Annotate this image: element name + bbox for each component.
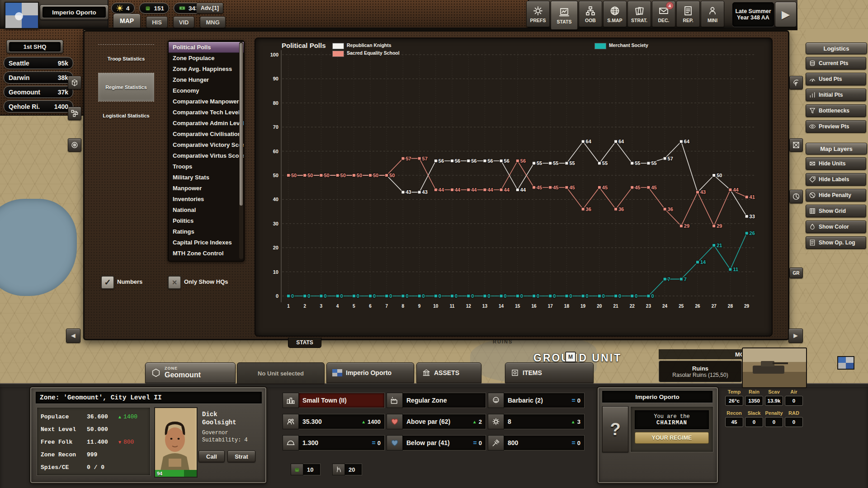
- section-tab-label: Logistical Statistics: [103, 113, 149, 118]
- stats-menu-item[interactable]: Troops: [169, 161, 244, 172]
- stats-menu-item[interactable]: Ratings: [169, 226, 244, 237]
- section-tab-troop[interactable]: Troop Statistics: [98, 44, 154, 73]
- logistics-previewpts[interactable]: Preview Pts: [806, 120, 866, 133]
- crate-icon: [792, 141, 800, 149]
- stats-menu-item[interactable]: Capital Price Indexes: [169, 237, 244, 248]
- view-tab-map[interactable]: MAP: [113, 14, 141, 28]
- tab-items[interactable]: ITEMS: [505, 362, 594, 383]
- svg-text:64: 64: [586, 139, 592, 144]
- stats-menu-item[interactable]: Political Polls: [169, 42, 244, 53]
- stats-menu-item[interactable]: Manpower: [169, 183, 244, 194]
- svg-text:56: 56: [504, 158, 509, 164]
- call-button[interactable]: Call: [198, 450, 225, 462]
- city-button-geomount[interactable]: Geomount37k: [4, 86, 73, 98]
- section-tab-regime[interactable]: Regime Statistics: [98, 73, 154, 101]
- svg-text:14: 14: [499, 304, 504, 309]
- rail-dish-button[interactable]: [789, 76, 803, 89]
- nav-button-dec[interactable]: DEC.4: [652, 1, 675, 27]
- regime-help-button[interactable]: ?: [602, 406, 628, 452]
- svg-text:45: 45: [569, 185, 575, 190]
- military-icon: [286, 438, 295, 447]
- tab-unit[interactable]: No Unit selected: [237, 362, 325, 384]
- fist-icon: [293, 466, 301, 473]
- stats-menu-item[interactable]: Zone Populace: [169, 53, 244, 64]
- strat-button[interactable]: Strat: [227, 450, 255, 462]
- stats-menu-item[interactable]: Comparative Civilisation: [169, 129, 244, 140]
- adv-button[interactable]: Adv.[1]: [196, 3, 223, 14]
- nav-button-smap[interactable]: S.MAP: [603, 1, 627, 27]
- rail-cube-button[interactable]: [68, 76, 81, 89]
- nav-button-mini[interactable]: MINI: [701, 1, 724, 27]
- stats-menu-item[interactable]: Comparative Victory Score: [169, 140, 244, 150]
- shq-plate[interactable]: 1st SHQ: [6, 40, 63, 53]
- unit-marker[interactable]: M: [565, 352, 576, 362]
- stats-menu-item[interactable]: Inventories: [169, 194, 244, 205]
- menu-scrollbar[interactable]: [239, 42, 243, 259]
- map-scroll-left-button[interactable]: ◄: [66, 328, 80, 343]
- nav-button-label: DEC.: [658, 18, 669, 23]
- tab-regime[interactable]: Imperio Oporto: [326, 362, 414, 383]
- stats-menu-item[interactable]: Zone Avg. Happiness: [169, 64, 244, 75]
- map-scroll-right-button[interactable]: ►: [788, 328, 803, 343]
- stats-menu-item[interactable]: Military Stats: [169, 172, 244, 183]
- gr-badge[interactable]: GR: [789, 267, 803, 278]
- maplayer-showoplog[interactable]: Show Op. Log: [806, 236, 866, 249]
- stats-menu-item[interactable]: Zone Hunger: [169, 75, 244, 85]
- rail-crate-button[interactable]: [789, 138, 803, 152]
- view-tab-vid[interactable]: VID: [173, 16, 195, 28]
- nav-button-rep[interactable]: REP.: [676, 1, 700, 27]
- end-turn-button[interactable]: ▶: [775, 2, 797, 27]
- city-button-seattle[interactable]: Seattle95k: [4, 57, 73, 69]
- nav-button-stats[interactable]: STATS: [551, 1, 578, 30]
- map-top-corner[interactable]: [797, 0, 868, 29]
- view-tab-his[interactable]: HIS: [146, 16, 168, 28]
- logistics-initialpts[interactable]: Initial Pts: [806, 89, 866, 101]
- your-regime-button[interactable]: YOUR REGIME: [635, 432, 709, 444]
- logistics-currentpts[interactable]: Current Pts: [806, 57, 866, 70]
- numbers-checkbox[interactable]: ✓: [101, 276, 114, 289]
- nav-button-strat[interactable]: STRAT.: [627, 1, 651, 27]
- map-right-lower[interactable]: [806, 250, 868, 383]
- svg-text:21: 21: [613, 304, 618, 309]
- zone-tab-kicker: ZONE: [165, 366, 201, 371]
- stats-menu-item[interactable]: Comparative Admin Level: [169, 118, 244, 129]
- stats-menu-item[interactable]: Comparative Virtus Score: [169, 150, 244, 161]
- stats-bottom-tab[interactable]: STATS: [288, 338, 321, 348]
- tab-assets[interactable]: ASSETS: [416, 362, 481, 383]
- rail-radar-button[interactable]: [789, 190, 803, 203]
- nav-button-oob[interactable]: OOB: [579, 1, 602, 27]
- tab-zone[interactable]: ZONE Geomount: [145, 362, 236, 383]
- svg-text:0: 0: [406, 293, 408, 299]
- only-show-hqs-checkbox[interactable]: ✕: [168, 276, 181, 289]
- section-tab-logistical[interactable]: Logistical Statistics: [98, 101, 154, 130]
- city-button-darwin[interactable]: Darwin38k: [4, 71, 73, 84]
- stats-menu-item[interactable]: Economy: [169, 85, 244, 96]
- regime-flag[interactable]: [5, 2, 39, 29]
- stats-menu-item[interactable]: National: [169, 205, 244, 216]
- rail-target-button[interactable]: [68, 138, 81, 152]
- stats-menu-item[interactable]: Comparative Manpower: [169, 96, 244, 107]
- assets-tab-label: ASSETS: [434, 369, 459, 376]
- svg-text:0: 0: [504, 293, 507, 299]
- maplayer-showgrid[interactable]: Show Grid: [806, 205, 866, 217]
- view-tab-mng[interactable]: MNG: [200, 16, 225, 28]
- svg-text:0: 0: [602, 293, 605, 299]
- svg-text:33: 33: [750, 214, 755, 219]
- menu-scrollbar-thumb[interactable]: [240, 43, 243, 206]
- rail-network-button[interactable]: [68, 107, 81, 120]
- logistics-bottlenecks[interactable]: Bottlenecks: [806, 104, 866, 117]
- nav-button-prefs[interactable]: PREFS: [526, 1, 550, 27]
- maplayer-hidepenalty[interactable]: Hide Penalty: [806, 189, 866, 202]
- chart-title: Political Polls: [282, 42, 326, 49]
- stats-menu-item[interactable]: MTH Zone Control: [169, 248, 244, 259]
- maplayer-hideunits[interactable]: Hide Units: [806, 157, 866, 170]
- maplayer-showcolor[interactable]: Show Color: [806, 221, 866, 233]
- maplayer-hidelabels[interactable]: Hide Labels: [806, 173, 866, 186]
- city-button-qeholeri[interactable]: Qehole Ri.1400: [4, 100, 73, 113]
- svg-text:55: 55: [537, 160, 542, 166]
- svg-text:50: 50: [324, 173, 329, 178]
- stats-menu-item[interactable]: Politics: [169, 216, 244, 226]
- logistics-usedpts[interactable]: Used Pts: [806, 73, 866, 85]
- governor-portrait[interactable]: 94: [154, 407, 198, 478]
- stats-menu-item[interactable]: Comparative Tech Level: [169, 107, 244, 118]
